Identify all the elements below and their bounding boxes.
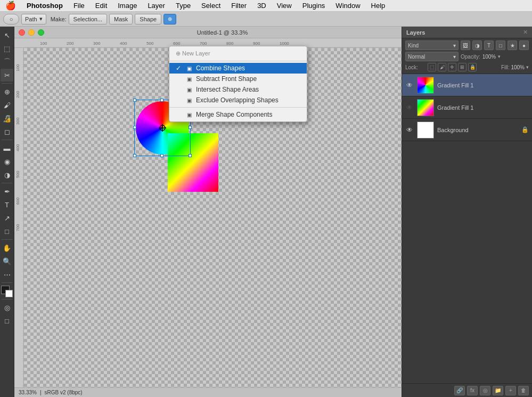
menu-image[interactable]: Image bbox=[112, 0, 142, 11]
path-operations-dropdown: ⊕ New Layer ✓ ▣ Combine Shapes ✓ ▣ Subtr… bbox=[169, 46, 307, 122]
close-button[interactable] bbox=[19, 29, 25, 36]
layer-smart-filter[interactable]: ★ bbox=[508, 40, 517, 50]
path-select-tool[interactable]: ↗ bbox=[1, 212, 13, 224]
new-layer-button[interactable]: + bbox=[505, 386, 516, 395]
layer-type-filter[interactable]: T bbox=[484, 40, 494, 50]
panel-close-button[interactable]: ✕ bbox=[523, 29, 528, 36]
handle-bl[interactable] bbox=[133, 154, 136, 157]
handle-bc[interactable] bbox=[160, 154, 163, 157]
kind-dropdown[interactable]: Kind ▾ bbox=[405, 40, 459, 50]
intersect-icon: ▣ bbox=[185, 86, 193, 93]
exclude-overlapping-shapes-item[interactable]: ✓ ▣ Exclude Overlapping Shapes bbox=[169, 95, 307, 106]
layer-adj-filter[interactable]: ◑ bbox=[472, 40, 482, 50]
layer-item-background[interactable]: 👁 Background 🔒 bbox=[402, 119, 532, 141]
layer-selected-filter[interactable]: ● bbox=[519, 40, 529, 50]
svg-text:100: 100 bbox=[15, 64, 20, 71]
lock-transparent-btn[interactable]: ⬚ bbox=[428, 63, 436, 71]
exclude-icon: ▣ bbox=[185, 96, 193, 104]
blur-tool[interactable]: ◉ bbox=[1, 155, 13, 168]
zoom-level: 33.33% bbox=[19, 390, 37, 395]
status-bar: 33.33% | sRGB v2 (8bpc) bbox=[14, 387, 402, 397]
tool-separator-4 bbox=[2, 239, 12, 240]
menu-filter[interactable]: Filter bbox=[226, 0, 252, 11]
layer-item-gradient1[interactable]: 👁 Gradient Fill 1 bbox=[402, 74, 532, 96]
eyedropper-tool[interactable]: ⊕ bbox=[1, 85, 13, 98]
layer-visibility-1[interactable]: 👁 bbox=[405, 81, 414, 90]
handle-ml[interactable] bbox=[133, 126, 136, 129]
color-swatch[interactable] bbox=[1, 286, 13, 297]
handle-mr[interactable] bbox=[189, 126, 192, 129]
new-group-button[interactable]: 📁 bbox=[493, 386, 503, 395]
select-tool[interactable]: ⬚ bbox=[1, 42, 13, 55]
layer-lock-icon: 🔒 bbox=[521, 126, 529, 133]
path-type-dropdown[interactable]: Path ▾ bbox=[21, 14, 46, 25]
screen-mode[interactable]: □ bbox=[1, 314, 13, 327]
crop-tool[interactable]: ✂ bbox=[1, 69, 13, 82]
extra-tools[interactable]: ⋯ bbox=[1, 268, 13, 281]
svg-text:900: 900 bbox=[253, 41, 260, 46]
brush-tool[interactable]: 🖌 bbox=[1, 99, 13, 111]
menu-3d[interactable]: 3D bbox=[252, 0, 272, 11]
apple-menu[interactable]: 🍎 bbox=[0, 1, 21, 11]
pen-tool[interactable]: ✒ bbox=[1, 185, 13, 198]
layer-visibility-3[interactable]: 👁 bbox=[405, 126, 414, 134]
zoom-tool[interactable]: 🔍 bbox=[1, 255, 13, 268]
subtract-front-shape-item[interactable]: ✓ ▣ Subtract Front Shape bbox=[169, 74, 307, 84]
merge-shape-components-item[interactable]: ✓ ▣ Merge Shape Components bbox=[169, 109, 307, 120]
lock-image-btn[interactable]: 🖌 bbox=[438, 63, 446, 71]
handle-br[interactable] bbox=[189, 154, 192, 157]
dodge-tool[interactable]: ◑ bbox=[1, 168, 13, 181]
hand-tool[interactable]: ✋ bbox=[1, 241, 13, 254]
shape-tool[interactable]: □ bbox=[1, 225, 13, 238]
delete-layer-button[interactable]: 🗑 bbox=[518, 386, 529, 395]
menu-edit[interactable]: Edit bbox=[90, 0, 112, 11]
lasso-tool[interactable]: ⌒ bbox=[1, 55, 13, 68]
selection-button[interactable]: Selection... bbox=[69, 14, 107, 25]
layer-thumbnail-1 bbox=[417, 77, 434, 94]
layer-shape-filter[interactable]: □ bbox=[496, 40, 505, 50]
menu-view[interactable]: View bbox=[272, 0, 297, 11]
maximize-button[interactable] bbox=[38, 29, 44, 36]
layer-pixel-filter[interactable]: 🖼 bbox=[461, 40, 470, 50]
lock-all-btn[interactable]: 🔒 bbox=[468, 63, 477, 71]
svg-text:100: 100 bbox=[40, 41, 47, 46]
lock-position-btn[interactable]: ✛ bbox=[448, 63, 456, 71]
add-style-button[interactable]: fx bbox=[467, 386, 478, 395]
handle-tc[interactable] bbox=[160, 99, 163, 102]
background-color[interactable] bbox=[5, 290, 13, 297]
tool-separator-3 bbox=[2, 183, 12, 183]
combine-shapes-item[interactable]: ✓ ▣ Combine Shapes bbox=[169, 63, 307, 74]
svg-text:1000: 1000 bbox=[280, 41, 289, 46]
menu-file[interactable]: File bbox=[68, 0, 90, 11]
minimize-button[interactable] bbox=[28, 29, 35, 36]
layer-visibility-2[interactable]: 👁 bbox=[405, 103, 414, 112]
link-layers-button[interactable]: 🔗 bbox=[454, 386, 465, 395]
stamp-tool[interactable]: 🔏 bbox=[1, 112, 13, 125]
handle-tl[interactable] bbox=[133, 99, 136, 102]
menu-layer[interactable]: Layer bbox=[142, 0, 170, 11]
menu-select[interactable]: Select bbox=[196, 0, 226, 11]
gradient-tool[interactable]: ▬ bbox=[1, 142, 13, 155]
svg-text:400: 400 bbox=[120, 41, 127, 46]
oval-tool-btn[interactable]: ○ bbox=[3, 14, 19, 25]
menu-plugins[interactable]: Plugins bbox=[297, 0, 331, 11]
text-tool[interactable]: T bbox=[1, 198, 13, 211]
add-mask-button[interactable]: ◎ bbox=[480, 386, 490, 395]
svg-text:300: 300 bbox=[93, 41, 101, 46]
menu-photoshop[interactable]: Photoshop bbox=[21, 0, 68, 11]
shape-button[interactable]: Shape bbox=[135, 14, 161, 25]
mask-mode[interactable]: ◎ bbox=[1, 301, 13, 314]
active-path-indicator[interactable]: ⊕ bbox=[163, 14, 176, 25]
menu-help[interactable]: Help bbox=[366, 0, 391, 11]
menu-type[interactable]: Type bbox=[170, 0, 196, 11]
fill-value: 100% bbox=[511, 64, 525, 70]
mask-button[interactable]: Mask bbox=[109, 14, 133, 25]
move-tool[interactable]: ↖ bbox=[1, 29, 13, 42]
layer-item-gradient2[interactable]: 👁 Gradient Fill 1 bbox=[402, 96, 532, 119]
blend-mode-dropdown[interactable]: Normal ▾ bbox=[405, 52, 459, 61]
eraser-tool[interactable]: ◻ bbox=[1, 125, 13, 138]
intersect-shape-areas-item[interactable]: ✓ ▣ Intersect Shape Areas bbox=[169, 84, 307, 95]
lock-artboard-btn[interactable]: ⊞ bbox=[458, 63, 466, 71]
layers-bottom: 🔗 fx ◎ 📁 + 🗑 bbox=[402, 383, 532, 397]
menu-window[interactable]: Window bbox=[330, 0, 365, 11]
